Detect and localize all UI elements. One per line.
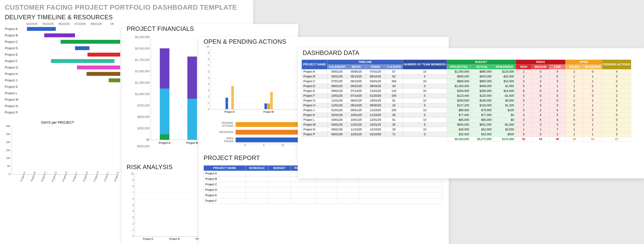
gantt-label: Project A [5, 27, 24, 31]
gantt-bar [60, 40, 120, 44]
hbar-label: REVISIONS [208, 131, 236, 134]
hbar-tick: 5 [254, 144, 273, 147]
gantt-row: Project F [5, 58, 120, 64]
dashboard-data-title: DASHBOARD DATA [298, 48, 644, 58]
days-xlabel: Project G [77, 169, 89, 182]
report-row: Project E [204, 193, 442, 198]
data-row: Project M04/01/2611/01/2512/01/25305$550… [302, 123, 631, 127]
act-bar [270, 92, 273, 109]
days-xlabel: Project D [46, 169, 58, 182]
report-header: PROJECT NAME [204, 165, 246, 171]
gantt-row: Project J [5, 77, 120, 83]
data-row: Project N05/01/2611/10/2512/10/253010$45… [302, 127, 631, 132]
data-row: Project A05/01/2505/05/2507/01/255710$1,… [302, 69, 631, 74]
dashboard-data-table: PROJECT NAMETIMELINENUMBER OF TEAM MEMBE… [302, 60, 631, 142]
gantt-label: Project J [5, 79, 24, 82]
data-row: Project F10/01/2507/14/2501/20/261905$12… [302, 93, 631, 98]
gantt-row: Project K [5, 83, 120, 90]
gantt-date-tick: 04/23/25 [24, 22, 40, 26]
gantt-bar [109, 78, 120, 82]
gantt-chart: 04/23/2505/23/2506/22/2507/22/2508/21/25… [5, 22, 120, 116]
main-title: CUSTOMER FACING PROJECT PORTFOLIO DASHBO… [0, 0, 253, 13]
report-row: Project F [204, 198, 442, 204]
gantt-bar [75, 46, 90, 50]
data-row: Project C07/01/2506/10/2503/01/2626410$8… [302, 79, 631, 84]
act-bar [231, 86, 234, 109]
data-row: Project P06/01/2612/01/2502/10/26715$32,… [302, 132, 631, 137]
gantt-label: Project M [5, 98, 24, 101]
data-group-header: PROJECT NAME [302, 60, 328, 69]
gantt-label: Project H [5, 72, 24, 76]
act-group: 113Project B [249, 92, 288, 109]
act-bar [264, 103, 267, 109]
data-sub-header: MEDIUM [532, 65, 550, 69]
data-sub-header: REMAINDER [493, 65, 516, 69]
days-per-project-chart: 050100150200250300Project AProject BProj… [11, 126, 117, 181]
days-xlabel: Project K [108, 169, 120, 182]
act-bar [267, 103, 270, 109]
data-sub-header: ACTUAL [471, 65, 493, 69]
data-row: Project H12/01/2508/14/2508/30/25165$127… [302, 103, 631, 108]
report-row: Project D [204, 187, 442, 193]
report-header: BUDGET [268, 165, 291, 171]
gantt-label: Project K [5, 85, 24, 89]
gantt-row: Project G [5, 64, 120, 71]
risk-xlabel: Project A [143, 236, 153, 240]
days-xlabel: Project B [25, 169, 36, 182]
risk-xlabel: Project B [169, 236, 180, 240]
days-xlabel: Project H [88, 169, 99, 182]
gantt-label: Project B [5, 34, 24, 37]
hbar-label: OPENISSUES [208, 137, 236, 143]
data-row: Project G11/01/2508/01/2510/01/256110$25… [302, 98, 631, 103]
gantt-bar [27, 27, 56, 31]
data-group-header: TIMELINE [328, 60, 403, 65]
gantt-label: Project N [5, 104, 24, 108]
data-sub-header: REVISIONS [583, 65, 602, 69]
gantt-row: Project A [5, 26, 120, 32]
data-sub-header: FINISH [366, 65, 385, 69]
gantt-bar [51, 59, 114, 63]
data-sub-header: HIGH [516, 65, 532, 69]
data-sub-header: LOW [550, 65, 566, 69]
gantt-date-tick: 07/22/25 [72, 22, 88, 26]
report-row: Project C [204, 182, 442, 187]
data-group-header: PENDING ACTIONS [602, 60, 631, 69]
gantt-label: Project P [5, 111, 24, 114]
gantt-label: Project D [5, 46, 24, 50]
gantt-date-tick: 08/21/25 [88, 22, 104, 26]
data-totals-row: $5,404,600$5,272,950$131,650524448181627 [302, 137, 631, 142]
data-row: Project K02/01/2610/01/2511/15/25455$77,… [302, 113, 631, 117]
act-group: 24Project A [210, 86, 249, 109]
days-xlabel: Project E [56, 169, 68, 182]
data-sub-header: CALENDAR [328, 65, 347, 69]
gantt-date-tick: 09 [104, 22, 120, 26]
days-xlabel: Project J [98, 170, 110, 182]
gantt-row: Project C [5, 39, 120, 45]
gantt-date-tick: 05/23/25 [40, 22, 56, 26]
data-group-header: BUDGET [447, 60, 516, 65]
gantt-row: Project M [5, 96, 120, 103]
gantt-date-tick: 06/22/25 [56, 22, 72, 26]
gantt-row: Project B [5, 32, 120, 39]
gantt-bar [77, 66, 120, 69]
data-sub-header: ISSUES [566, 65, 583, 69]
data-sub-header: # of DAYS [385, 65, 403, 69]
days-per-project-title: DAYS per PROJECT [0, 120, 116, 125]
gantt-row: Project N [5, 103, 120, 109]
gantt-label: Project L [5, 91, 24, 95]
act-xlabel: Project B [263, 109, 274, 113]
gantt-row: Project E [5, 51, 120, 58]
financials-title: PROJECT FINANCIALS [122, 24, 298, 34]
gantt-row: Project H [5, 71, 120, 77]
data-row: Project B06/01/2505/10/2508/10/25925$900… [302, 74, 631, 79]
data-group-header: OPEN [566, 60, 602, 65]
gantt-bar [88, 53, 120, 57]
data-sub-header: BEGIN [347, 65, 366, 69]
gantt-label: Project C [5, 40, 24, 44]
gantt-label: Project G [5, 66, 24, 69]
hbar-label: PENDINGACTIONS [208, 121, 236, 127]
gantt-row: Project D [5, 45, 120, 51]
gantt-label: Project E [5, 53, 24, 57]
hbar-tick: 10 [273, 144, 292, 147]
data-row: Project D08/01/2506/22/2508/04/25435$1,0… [302, 84, 631, 89]
